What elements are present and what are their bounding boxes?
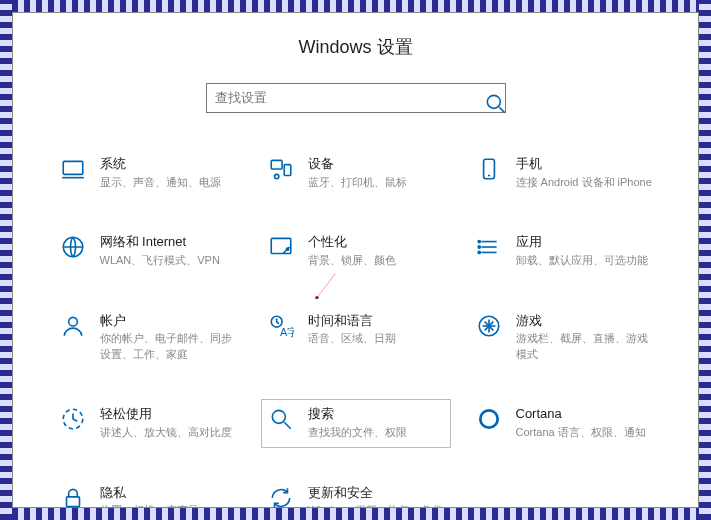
cortana-icon	[474, 406, 504, 436]
tile-desc: WLAN、飞行模式、VPN	[100, 253, 220, 268]
tile-title: 搜索	[308, 406, 407, 423]
tile-devices[interactable]: 设备 蓝牙、打印机、鼠标	[261, 149, 451, 197]
tile-title: 应用	[516, 234, 648, 251]
system-icon	[58, 156, 88, 186]
tile-title: 游戏	[516, 313, 654, 330]
svg-rect-5	[284, 165, 291, 176]
tile-desc: 连接 Android 设备和 iPhone	[516, 175, 652, 190]
svg-point-15	[478, 241, 480, 243]
devices-icon	[266, 156, 296, 186]
accounts-icon	[58, 313, 88, 343]
tile-desc: 语音、区域、日期	[308, 331, 396, 346]
svg-text:A字: A字	[279, 325, 293, 337]
tile-desc: 背景、锁屏、颜色	[308, 253, 396, 268]
tile-title: Cortana	[516, 406, 646, 423]
svg-point-27	[272, 411, 285, 424]
apps-icon	[474, 234, 504, 264]
tile-desc: 显示、声音、通知、电源	[100, 175, 221, 190]
personalization-icon	[266, 234, 296, 264]
tile-accounts[interactable]: 帐户 你的帐户、电子邮件、同步设置、工作、家庭	[53, 306, 243, 370]
ease-of-access-icon	[58, 406, 88, 436]
svg-point-17	[478, 252, 480, 254]
svg-point-29	[480, 411, 497, 428]
tile-system[interactable]: 系统 显示、声音、通知、电源	[53, 149, 243, 197]
svg-rect-30	[66, 496, 79, 506]
tile-title: 网络和 Internet	[100, 234, 220, 251]
tile-title: 轻松使用	[100, 406, 232, 423]
tile-ease-of-access[interactable]: 轻松使用 讲述人、放大镜、高对比度	[53, 399, 243, 447]
search-icon	[483, 91, 497, 105]
settings-grid: 系统 显示、声音、通知、电源 设备 蓝牙、打印机、鼠标 手机 连接 Androi…	[13, 113, 698, 520]
svg-rect-10	[271, 239, 291, 254]
tile-network[interactable]: 网络和 Internet WLAN、飞行模式、VPN	[53, 227, 243, 275]
tile-desc: 游戏栏、截屏、直播、游戏模式	[516, 331, 654, 362]
tile-personalization[interactable]: 个性化 背景、锁屏、颜色	[261, 227, 451, 275]
tile-title: 系统	[100, 156, 221, 173]
tile-desc: 讲述人、放大镜、高对比度	[100, 425, 232, 440]
tile-desc: 你的帐户、电子邮件、同步设置、工作、家庭	[100, 331, 238, 362]
svg-line-28	[284, 422, 291, 429]
tile-search[interactable]: 搜索 查找我的文件、权限	[261, 399, 451, 447]
tile-desc: 蓝牙、打印机、鼠标	[308, 175, 407, 190]
tile-title: 更新和安全	[308, 485, 444, 502]
tile-title: 手机	[516, 156, 652, 173]
tile-phone[interactable]: 手机 连接 Android 设备和 iPhone	[469, 149, 659, 197]
svg-point-11	[286, 248, 288, 250]
search-tile-icon	[266, 406, 296, 436]
svg-point-18	[68, 317, 77, 326]
svg-rect-4	[271, 160, 282, 169]
svg-line-1	[499, 107, 504, 112]
tile-title: 帐户	[100, 313, 238, 330]
time-language-icon: A字	[266, 313, 296, 343]
search-placeholder: 查找设置	[215, 89, 483, 107]
tile-apps[interactable]: 应用 卸载、默认应用、可选功能	[469, 227, 659, 275]
tile-gaming[interactable]: 游戏 游戏栏、截屏、直播、游戏模式	[469, 306, 659, 370]
tile-time-language[interactable]: A字 时间和语言 语音、区域、日期	[261, 306, 451, 370]
tile-title: 个性化	[308, 234, 396, 251]
svg-point-16	[478, 246, 480, 248]
tile-title: 时间和语言	[308, 313, 396, 330]
tile-title: 设备	[308, 156, 407, 173]
tile-cortana[interactable]: Cortana Cortana 语言、权限、通知	[469, 399, 659, 447]
page-title: Windows 设置	[13, 35, 698, 59]
phone-icon	[474, 156, 504, 186]
gaming-icon	[474, 313, 504, 343]
svg-point-6	[274, 174, 278, 178]
svg-point-0	[487, 95, 500, 108]
tile-desc: Cortana 语言、权限、通知	[516, 425, 646, 440]
tile-desc: 卸载、默认应用、可选功能	[516, 253, 648, 268]
tile-desc: 查找我的文件、权限	[308, 425, 407, 440]
svg-rect-2	[63, 161, 83, 174]
tile-title: 隐私	[100, 485, 199, 502]
network-icon	[58, 234, 88, 264]
search-input[interactable]: 查找设置	[206, 83, 506, 113]
